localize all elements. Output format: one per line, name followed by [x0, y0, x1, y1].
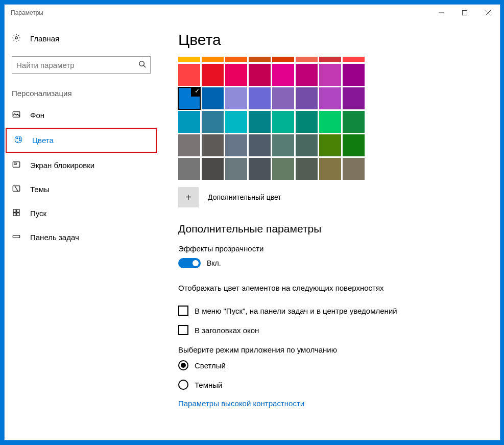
radio[interactable]	[178, 380, 188, 390]
high-contrast-link[interactable]: Параметры высокой контрастности	[178, 399, 485, 408]
color-grid: ✓	[178, 64, 485, 180]
color-swatch[interactable]	[225, 57, 247, 62]
nav-item-lockscreen[interactable]: Экран блокировки	[5, 154, 158, 177]
color-swatch[interactable]	[343, 87, 365, 109]
color-swatch[interactable]	[296, 64, 318, 86]
transparency-toggle-row: Вкл.	[178, 258, 485, 268]
color-swatch[interactable]	[272, 134, 294, 156]
background-icon	[12, 110, 21, 121]
color-swatch[interactable]	[178, 158, 200, 180]
color-swatch[interactable]	[202, 87, 224, 109]
color-swatch[interactable]: ✓	[178, 87, 200, 109]
color-swatch[interactable]	[202, 158, 224, 180]
color-swatch[interactable]	[272, 57, 294, 62]
home-nav[interactable]: Главная	[5, 28, 158, 49]
svg-rect-19	[13, 236, 20, 238]
color-swatch[interactable]	[202, 64, 224, 86]
color-swatch[interactable]	[319, 57, 341, 62]
nav-item-taskbar[interactable]: Панель задач	[5, 226, 158, 249]
window-title: Параметры	[11, 9, 43, 16]
color-swatch[interactable]	[296, 134, 318, 156]
color-swatch[interactable]	[225, 158, 247, 180]
color-swatch[interactable]	[225, 64, 247, 86]
color-swatch[interactable]	[272, 64, 294, 86]
radio-label: Темный	[195, 381, 222, 389]
left-pane: Главная Персонализация ФонЦветаЭкран бло…	[5, 21, 158, 440]
nav-item-label: Экран блокировки	[30, 161, 94, 170]
checkbox[interactable]	[178, 306, 188, 316]
transparency-toggle[interactable]	[178, 258, 201, 268]
color-swatch[interactable]	[296, 87, 318, 109]
color-swatch[interactable]	[272, 87, 294, 109]
color-swatch[interactable]	[319, 64, 341, 86]
color-swatch[interactable]	[319, 111, 341, 133]
main-pane: Цвета ✓ + Дополнительный цвет Дополнител…	[158, 21, 500, 440]
color-swatch[interactable]	[249, 134, 271, 156]
radio-label: Светлый	[195, 361, 226, 370]
color-swatch[interactable]	[225, 111, 247, 133]
page-title: Цвета	[178, 31, 485, 49]
svg-rect-15	[13, 209, 16, 212]
surface-checkbox-row: В меню "Пуск", на панели задач и в центр…	[178, 306, 485, 316]
color-swatch[interactable]	[249, 158, 271, 180]
color-swatch[interactable]	[343, 64, 365, 86]
svg-rect-1	[463, 11, 467, 15]
minimize-button[interactable]	[429, 5, 453, 21]
color-swatch[interactable]	[202, 57, 224, 62]
color-swatch[interactable]	[178, 57, 200, 62]
taskbar-icon	[12, 232, 21, 243]
close-button[interactable]	[476, 5, 500, 21]
section-header: Персонализация	[5, 85, 158, 103]
color-swatch[interactable]	[178, 134, 200, 156]
color-swatch[interactable]	[178, 111, 200, 133]
color-swatch[interactable]	[249, 111, 271, 133]
color-swatch[interactable]	[343, 57, 365, 62]
color-swatch[interactable]	[225, 134, 247, 156]
color-swatch[interactable]	[296, 158, 318, 180]
nav-item-label: Цвета	[32, 136, 54, 145]
color-swatch[interactable]	[319, 158, 341, 180]
checkbox-label: В меню "Пуск", на панели задач и в центр…	[195, 307, 397, 315]
color-swatch[interactable]	[178, 64, 200, 86]
color-swatch[interactable]	[202, 111, 224, 133]
color-swatch[interactable]	[343, 134, 365, 156]
color-swatch[interactable]	[296, 57, 318, 62]
search-box[interactable]	[12, 56, 151, 74]
search-input[interactable]	[16, 61, 138, 69]
color-swatch[interactable]	[319, 87, 341, 109]
svg-point-4	[15, 37, 18, 39]
app-mode-radio-row: Светлый	[178, 360, 485, 370]
search-icon	[138, 60, 146, 69]
nav-item-background[interactable]: Фон	[5, 104, 158, 127]
nav-item-start[interactable]: Пуск	[5, 202, 158, 225]
color-swatch[interactable]	[249, 64, 271, 86]
custom-color-row[interactable]: + Дополнительный цвет	[178, 187, 485, 207]
colors-icon	[14, 135, 23, 146]
color-swatch[interactable]	[272, 111, 294, 133]
color-swatch[interactable]	[249, 87, 271, 109]
color-swatch[interactable]	[343, 111, 365, 133]
color-swatch[interactable]	[343, 158, 365, 180]
color-swatch[interactable]	[249, 57, 271, 62]
svg-point-5	[139, 61, 144, 66]
svg-line-6	[143, 65, 146, 67]
nav-item-themes[interactable]: Темы	[5, 178, 158, 201]
titlebar: Параметры	[5, 5, 500, 21]
nav-item-label: Фон	[30, 111, 44, 120]
surfaces-label: Отображать цвет элементов на следующих п…	[178, 284, 485, 292]
home-label: Главная	[30, 34, 59, 43]
maximize-button[interactable]	[453, 5, 476, 21]
radio[interactable]	[178, 360, 188, 370]
color-swatch[interactable]	[319, 134, 341, 156]
color-swatch[interactable]	[225, 87, 247, 109]
svg-point-8	[15, 136, 22, 143]
color-swatch[interactable]	[296, 111, 318, 133]
custom-color-label: Дополнительный цвет	[208, 193, 281, 201]
checkbox[interactable]	[178, 325, 188, 335]
color-swatch[interactable]	[272, 158, 294, 180]
color-swatch[interactable]	[202, 134, 224, 156]
app-mode-label: Выберите режим приложения по умолчанию	[178, 345, 485, 354]
start-icon	[12, 208, 21, 219]
toggle-state-label: Вкл.	[207, 259, 221, 267]
nav-item-colors[interactable]: Цвета	[6, 128, 157, 153]
